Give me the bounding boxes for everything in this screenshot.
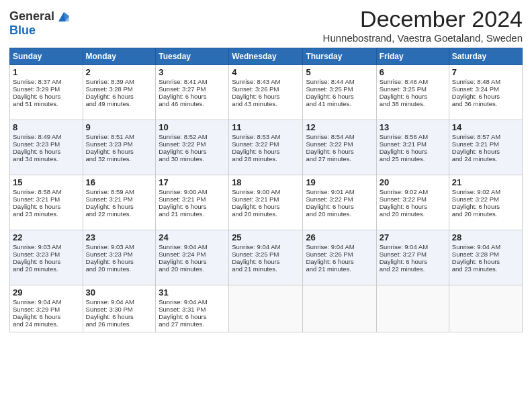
calendar-day-cell: 13Sunrise: 8:56 AMSunset: 3:21 PMDayligh… xyxy=(376,120,449,175)
calendar-day-cell: 11Sunrise: 8:53 AMSunset: 3:22 PMDayligh… xyxy=(229,120,303,175)
calendar-day-cell: 12Sunrise: 8:54 AMSunset: 3:22 PMDayligh… xyxy=(303,120,376,175)
day-info-line: Daylight: 6 hours xyxy=(159,203,226,210)
day-info-line: Sunrise: 8:39 AM xyxy=(86,78,153,85)
day-info-line: Sunset: 3:27 PM xyxy=(159,85,226,93)
day-info-line: Sunrise: 8:53 AM xyxy=(232,133,300,140)
day-number: 17 xyxy=(159,177,226,187)
day-info-line: Sunrise: 8:43 AM xyxy=(232,78,300,85)
day-number: 4 xyxy=(232,67,300,77)
day-number: 2 xyxy=(86,67,153,77)
weekday-header-cell: Sunday xyxy=(10,48,83,65)
day-info-line: Daylight: 6 hours xyxy=(159,148,226,155)
day-info-line: and 28 minutes. xyxy=(232,155,300,163)
day-info-line: Daylight: 6 hours xyxy=(306,148,373,155)
day-info-line: Sunrise: 9:04 AM xyxy=(86,298,153,306)
day-info-line: Sunrise: 9:04 AM xyxy=(306,243,373,250)
day-number: 29 xyxy=(13,287,80,298)
header: General Blue December 2024 Hunnebostrand… xyxy=(9,7,523,44)
day-number: 24 xyxy=(159,232,226,242)
day-info-line: Daylight: 6 hours xyxy=(159,313,226,320)
day-info-line: Sunrise: 8:46 AM xyxy=(380,78,446,85)
location-subtitle: Hunnebostrand, Vaestra Goetaland, Sweden xyxy=(323,32,523,44)
day-info-line: and 23 minutes. xyxy=(452,265,519,273)
day-info-line: and 24 minutes. xyxy=(13,320,80,328)
calendar-day-cell: 10Sunrise: 8:52 AMSunset: 3:22 PMDayligh… xyxy=(156,120,229,175)
day-info-line: Daylight: 6 hours xyxy=(13,258,80,265)
day-info-line: and 21 minutes. xyxy=(232,265,300,273)
day-info-line: Sunset: 3:21 PM xyxy=(86,195,153,203)
day-info-line: Daylight: 6 hours xyxy=(232,93,300,100)
day-info-line: Sunset: 3:26 PM xyxy=(232,85,300,93)
day-info-line: Sunset: 3:21 PM xyxy=(232,195,300,203)
calendar-day-cell: 14Sunrise: 8:57 AMSunset: 3:21 PMDayligh… xyxy=(449,120,522,175)
calendar-day-cell: 6Sunrise: 8:46 AMSunset: 3:25 PMDaylight… xyxy=(376,65,449,120)
calendar-week-row: 8Sunrise: 8:49 AMSunset: 3:23 PMDaylight… xyxy=(10,120,523,175)
day-info-line: Sunrise: 9:02 AM xyxy=(452,188,519,195)
calendar-day-cell: 22Sunrise: 9:03 AMSunset: 3:23 PMDayligh… xyxy=(10,230,83,285)
day-info-line: Sunset: 3:22 PM xyxy=(306,140,373,148)
day-info-line: Daylight: 6 hours xyxy=(232,258,300,265)
day-info-line: Sunset: 3:23 PM xyxy=(86,250,153,258)
day-info-line: Sunset: 3:21 PM xyxy=(13,195,80,203)
weekday-header-cell: Friday xyxy=(376,48,449,65)
calendar-day-cell: 9Sunrise: 8:51 AMSunset: 3:23 PMDaylight… xyxy=(83,120,156,175)
day-info-line: Sunset: 3:31 PM xyxy=(159,306,226,313)
day-info-line: Sunrise: 9:04 AM xyxy=(159,298,226,306)
day-info-line: and 21 minutes. xyxy=(306,265,373,273)
day-number: 11 xyxy=(232,122,300,132)
day-number: 25 xyxy=(232,232,300,242)
day-info-line: Daylight: 6 hours xyxy=(13,93,80,100)
day-info-line: Sunset: 3:25 PM xyxy=(380,85,446,93)
day-info-line: and 20 minutes. xyxy=(86,265,153,273)
logo-text: General xyxy=(9,10,54,24)
day-number: 26 xyxy=(306,232,373,242)
day-info-line: and 43 minutes. xyxy=(232,100,300,107)
day-info-line: Sunset: 3:21 PM xyxy=(380,140,446,148)
day-info-line: Daylight: 6 hours xyxy=(306,93,373,100)
day-info-line: Sunset: 3:23 PM xyxy=(13,250,80,258)
day-info-line: Daylight: 6 hours xyxy=(159,258,226,265)
day-info-line: Sunrise: 8:37 AM xyxy=(13,78,80,85)
day-info-line: Sunset: 3:23 PM xyxy=(86,140,153,148)
calendar-day-cell: 25Sunrise: 9:04 AMSunset: 3:25 PMDayligh… xyxy=(229,230,303,285)
day-info-line: Daylight: 6 hours xyxy=(452,93,519,100)
day-info-line: and 51 minutes. xyxy=(13,100,80,107)
day-info-line: and 20 minutes. xyxy=(232,210,300,218)
calendar-day-cell: 8Sunrise: 8:49 AMSunset: 3:23 PMDaylight… xyxy=(10,120,83,175)
calendar-day-cell: 2Sunrise: 8:39 AMSunset: 3:28 PMDaylight… xyxy=(83,65,156,120)
calendar-week-row: 1Sunrise: 8:37 AMSunset: 3:29 PMDaylight… xyxy=(10,65,523,120)
day-info-line: Sunset: 3:26 PM xyxy=(306,250,373,258)
day-info-line: Sunrise: 9:04 AM xyxy=(452,243,519,250)
day-info-line: and 41 minutes. xyxy=(306,100,373,107)
weekday-header-cell: Monday xyxy=(83,48,156,65)
calendar-day-cell: 29Sunrise: 9:04 AMSunset: 3:29 PMDayligh… xyxy=(10,285,83,332)
day-info-line: Daylight: 6 hours xyxy=(159,93,226,100)
logo-icon xyxy=(56,9,71,24)
day-info-line: Daylight: 6 hours xyxy=(86,93,153,100)
weekday-header-cell: Wednesday xyxy=(229,48,303,65)
calendar-day-cell: 16Sunrise: 8:59 AMSunset: 3:21 PMDayligh… xyxy=(83,175,156,230)
day-number: 14 xyxy=(452,122,519,132)
day-info-line: and 32 minutes. xyxy=(86,155,153,163)
day-number: 28 xyxy=(452,232,519,242)
day-number: 30 xyxy=(86,287,153,298)
day-number: 19 xyxy=(306,177,373,187)
day-info-line: Sunrise: 8:52 AM xyxy=(159,133,226,140)
day-info-line: Sunrise: 9:00 AM xyxy=(232,188,300,195)
calendar-day-cell: 15Sunrise: 8:58 AMSunset: 3:21 PMDayligh… xyxy=(10,175,83,230)
calendar-day-cell xyxy=(303,285,376,332)
day-number: 7 xyxy=(452,67,519,77)
calendar-day-cell xyxy=(229,285,303,332)
calendar-day-cell: 20Sunrise: 9:02 AMSunset: 3:22 PMDayligh… xyxy=(376,175,449,230)
day-info-line: Daylight: 6 hours xyxy=(380,148,446,155)
day-info-line: Sunset: 3:22 PM xyxy=(159,140,226,148)
day-info-line: Sunrise: 9:01 AM xyxy=(306,188,373,195)
day-info-line: Sunset: 3:28 PM xyxy=(86,85,153,93)
day-info-line: Daylight: 6 hours xyxy=(86,148,153,155)
day-info-line: Sunset: 3:29 PM xyxy=(13,306,80,313)
calendar-day-cell: 4Sunrise: 8:43 AMSunset: 3:26 PMDaylight… xyxy=(229,65,303,120)
calendar-day-cell: 23Sunrise: 9:03 AMSunset: 3:23 PMDayligh… xyxy=(83,230,156,285)
day-info-line: and 26 minutes. xyxy=(86,320,153,328)
day-info-line: Sunset: 3:27 PM xyxy=(380,250,446,258)
day-info-line: Sunrise: 8:57 AM xyxy=(452,133,519,140)
